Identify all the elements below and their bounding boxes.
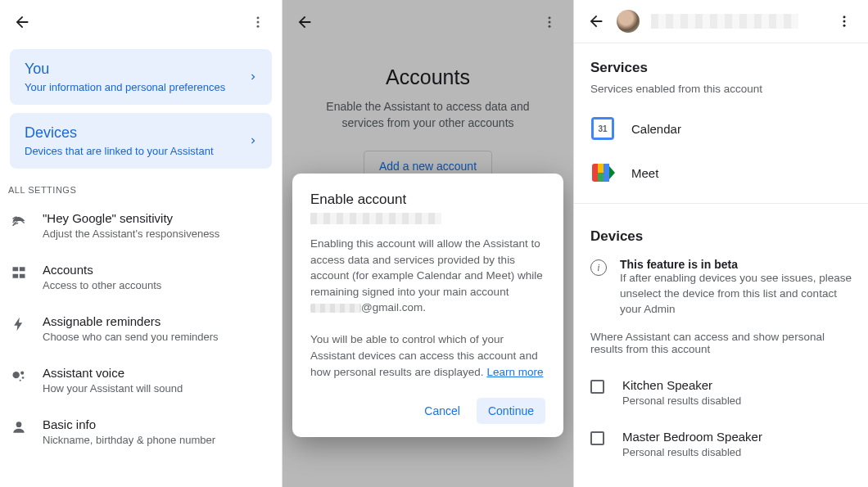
beta-body: If after enabling devices you see issues… (620, 271, 852, 318)
svg-point-11 (843, 16, 846, 18)
device-master-bedroom[interactable]: Master Bedroom Speaker Personal results … (574, 418, 868, 470)
svg-point-3 (13, 372, 20, 378)
setting-accounts[interactable]: Accounts Access to other accounts (0, 251, 282, 303)
dialog-actions: Cancel Continue (310, 398, 545, 424)
svg-point-0 (257, 16, 260, 19)
enable-account-dialog: Enable account Enabling this account wil… (292, 174, 563, 437)
account-name-redacted (651, 14, 798, 29)
setting-sub: Choose who can send you reminders (43, 331, 219, 343)
services-sub: Services enabled from this account (574, 83, 868, 106)
setting-title: "Hey Google" sensitivity (43, 211, 219, 225)
meet-icon (590, 160, 615, 185)
back-icon[interactable] (587, 12, 605, 30)
divider (574, 203, 868, 204)
back-icon[interactable] (13, 13, 31, 31)
dialog-body: Enabling this account will allow the Ass… (310, 236, 545, 380)
email-prefix-redacted (310, 304, 361, 313)
service-label: Calendar (631, 122, 681, 136)
setting-sub: How your Assistant will sound (43, 382, 183, 395)
setting-sub: Access to other accounts (43, 279, 161, 291)
services-title: Services (574, 43, 868, 83)
device-sub: Personal results disabled (622, 446, 762, 458)
sensitivity-icon (10, 211, 28, 229)
email-suffix: @gmail.com. (361, 301, 426, 313)
continue-button[interactable]: Continue (477, 398, 545, 424)
devices-desc: Where Assistant can access and show pers… (574, 326, 868, 367)
dialog-email-redacted (310, 213, 441, 224)
card-title: Devices (25, 124, 214, 142)
svg-point-1 (257, 21, 260, 24)
svg-point-13 (843, 25, 846, 27)
card-title: You (25, 61, 225, 78)
settings-panel: You Your information and personal prefer… (0, 0, 283, 487)
card-sub: Devices that are linked to your Assistan… (25, 145, 214, 157)
checkbox[interactable] (590, 431, 604, 445)
setting-sub: Adjust the Assistant's responsiveness (43, 228, 219, 240)
person-icon (10, 417, 28, 435)
info-icon: i (590, 259, 607, 276)
setting-reminders[interactable]: Assignable reminders Choose who can send… (0, 303, 282, 354)
beta-notice: i This feature is in beta If after enabl… (574, 251, 868, 326)
avatar[interactable] (617, 10, 640, 33)
svg-point-7 (16, 422, 22, 427)
svg-point-5 (22, 377, 25, 379)
setting-title: Basic info (43, 417, 215, 431)
more-icon[interactable] (247, 11, 269, 33)
setting-sub: Nickname, birthday & phone number (43, 434, 215, 446)
svg-point-4 (20, 372, 24, 375)
card-you[interactable]: You Your information and personal prefer… (10, 49, 272, 105)
chevron-right-icon (247, 135, 259, 147)
assistant-voice-icon (10, 366, 28, 384)
service-meet[interactable]: Meet (574, 151, 868, 195)
header (574, 0, 868, 43)
setting-title: Assistant voice (43, 366, 183, 380)
setting-voice[interactable]: Assistant voice How your Assistant will … (0, 354, 282, 406)
cancel-button[interactable]: Cancel (414, 398, 470, 424)
reminders-icon (10, 314, 28, 332)
accounts-icon (10, 263, 28, 281)
checkbox[interactable] (590, 380, 604, 394)
learn-more-link[interactable]: Learn more (486, 366, 543, 378)
device-title: Master Bedroom Speaker (622, 430, 762, 444)
device-sub: Personal results disabled (622, 395, 741, 407)
svg-point-2 (257, 25, 260, 28)
dialog-body-1: Enabling this account will allow the Ass… (310, 237, 543, 298)
more-icon[interactable] (834, 11, 855, 32)
dialog-title: Enable account (310, 192, 545, 208)
svg-point-6 (20, 380, 21, 381)
card-devices[interactable]: Devices Devices that are linked to your … (10, 113, 272, 169)
device-kitchen[interactable]: Kitchen Speaker Personal results disable… (574, 367, 868, 418)
accounts-panel: Accounts Enable the Assistant to access … (283, 0, 574, 487)
setting-hey-google[interactable]: "Hey Google" sensitivity Adjust the Assi… (0, 200, 282, 251)
chevron-right-icon (247, 71, 259, 83)
service-label: Meet (631, 166, 658, 180)
svg-point-12 (843, 20, 846, 23)
beta-title: This feature is in beta (620, 258, 852, 271)
section-label: ALL SETTINGS (8, 185, 282, 195)
device-title: Kitchen Speaker (622, 378, 741, 392)
setting-title: Assignable reminders (43, 314, 219, 328)
service-calendar[interactable]: Calendar (574, 106, 868, 151)
calendar-icon (590, 116, 615, 141)
devices-title: Devices (574, 212, 868, 251)
header (0, 0, 282, 41)
setting-basic-info[interactable]: Basic info Nickname, birthday & phone nu… (0, 406, 282, 458)
setting-title: Accounts (43, 263, 161, 277)
card-sub: Your information and personal preference… (25, 81, 225, 93)
account-services-panel: Services Services enabled from this acco… (574, 0, 868, 487)
